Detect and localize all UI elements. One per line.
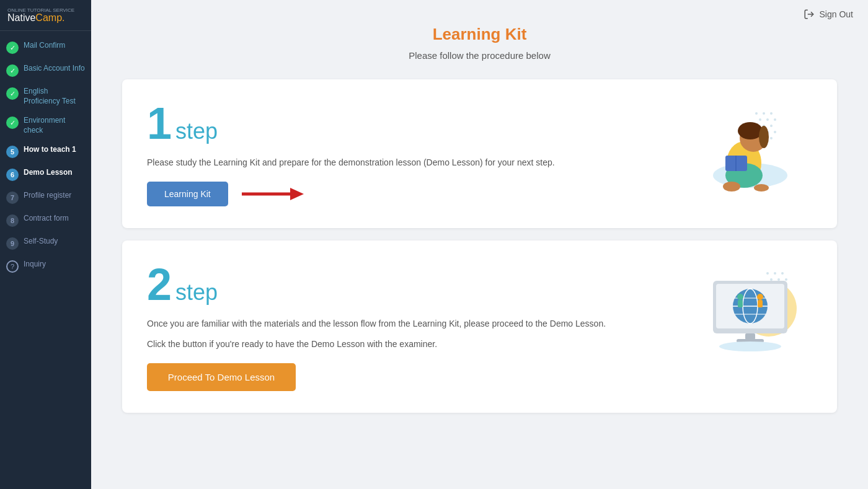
page-subtitle: Please follow the procedure below (122, 50, 837, 61)
main-content: Sign Out Learning Kit Please follow the … (91, 0, 868, 489)
step1-illustration (688, 101, 812, 200)
svg-point-48 (737, 294, 743, 300)
page-title: Learning Kit (122, 25, 837, 44)
sidebar-label-self: Self-Study (24, 237, 85, 247)
sidebar-item-basic-account[interactable]: ✓ Basic Account Info (0, 59, 91, 82)
logo-camp: Camp (35, 12, 62, 23)
svg-point-30 (781, 272, 784, 275)
step2-number: 2 (147, 262, 172, 307)
sign-out-icon (804, 9, 815, 20)
step1-number: 1 (147, 101, 172, 146)
sidebar-item-demo-lesson[interactable]: 6 Demo Lesson (0, 163, 91, 186)
check-icon-mail: ✓ (6, 42, 19, 54)
number-icon-9: 9 (6, 237, 19, 250)
sidebar-item-environment[interactable]: ✓ Environment check (0, 111, 91, 140)
check-icon-env: ✓ (6, 117, 19, 129)
svg-point-14 (774, 131, 776, 133)
sidebar-item-contract[interactable]: 8 Contract form (0, 209, 91, 232)
sign-out-area[interactable]: Sign Out (789, 0, 868, 29)
svg-point-29 (774, 272, 776, 275)
svg-point-50 (757, 294, 763, 300)
svg-rect-52 (745, 333, 755, 340)
svg-point-4 (763, 112, 765, 115)
svg-point-11 (770, 125, 773, 127)
svg-point-28 (766, 272, 769, 275)
svg-rect-49 (738, 300, 743, 307)
number-icon-8: 8 (6, 214, 19, 227)
step2-content: 2 step Once you are familiar with the ma… (147, 262, 670, 391)
svg-rect-51 (758, 300, 763, 307)
svg-point-6 (759, 118, 761, 121)
proceed-demo-button[interactable]: Proceed To Demo Lesson (147, 363, 296, 391)
svg-point-7 (766, 118, 769, 121)
svg-point-27 (754, 184, 769, 192)
svg-point-31 (770, 278, 773, 281)
sidebar-label-contract: Contract form (24, 214, 85, 224)
sidebar-item-mail-confirm[interactable]: ✓ Mail Confirm (0, 36, 91, 59)
logo-brand: NativeCamp. (7, 13, 74, 23)
svg-point-8 (774, 118, 776, 121)
svg-point-5 (770, 112, 773, 115)
nav-items: ✓ Mail Confirm ✓ Basic Account Info ✓ En… (0, 31, 91, 489)
step2-illustration (688, 262, 812, 361)
sidebar-label-basic: Basic Account Info (24, 64, 85, 74)
sidebar-item-profile[interactable]: 7 Profile register (0, 186, 91, 209)
step1-heading: 1 step (147, 101, 670, 146)
sidebar-label-env: Environment check (24, 116, 85, 135)
sidebar-item-how-to-teach[interactable]: 5 How to teach 1 (0, 140, 91, 163)
sign-out-label: Sign Out (820, 9, 853, 19)
logo-text: Online Tutorial Service NativeCamp. (7, 8, 74, 23)
logo-dot: . (62, 12, 64, 23)
svg-point-54 (719, 341, 781, 351)
logo: Online Tutorial Service NativeCamp. (0, 0, 91, 31)
sidebar-label-inquiry: Inquiry (24, 260, 85, 270)
svg-point-32 (777, 278, 780, 281)
svg-point-23 (759, 126, 769, 148)
step1-word: step (175, 118, 218, 144)
sidebar-item-self-study[interactable]: 9 Self-Study (0, 232, 91, 255)
check-icon-basic: ✓ (6, 64, 19, 77)
svg-marker-2 (290, 188, 304, 200)
sidebar-label-profile: Profile register (24, 191, 85, 201)
arrow-icon (236, 183, 310, 205)
step1-card: 1 step Please study the Learning Kit and… (122, 79, 837, 228)
sidebar-label-demo: Demo Lesson (24, 168, 85, 178)
step1-description: Please study the Learning Kit and prepar… (147, 156, 670, 169)
svg-point-17 (770, 137, 773, 139)
svg-point-22 (738, 122, 763, 139)
sidebar-item-english-test[interactable]: ✓ English Proficiency Test (0, 82, 91, 111)
number-icon-5: 5 (6, 146, 19, 158)
step2-description2: Click the button if you're ready to have… (147, 337, 670, 351)
svg-point-33 (785, 278, 787, 281)
number-icon-6: 6 (6, 169, 19, 181)
sidebar-label-english: English Proficiency Test (24, 87, 85, 106)
logo-native: Native (7, 12, 35, 23)
sidebar-label-how: How to teach 1 (24, 145, 85, 155)
step2-heading: 2 step (147, 262, 670, 307)
sidebar: Online Tutorial Service NativeCamp. ✓ Ma… (0, 0, 91, 489)
step1-btn-row: Learning Kit (147, 182, 670, 206)
learning-kit-button[interactable]: Learning Kit (147, 182, 228, 206)
svg-point-26 (723, 182, 740, 192)
step2-card: 2 step Once you are familiar with the ma… (122, 240, 837, 413)
step1-content: 1 step Please study the Learning Kit and… (147, 101, 670, 206)
number-icon-7: 7 (6, 192, 19, 204)
svg-point-3 (755, 112, 758, 115)
question-icon: ? (6, 260, 19, 273)
step2-word: step (175, 280, 218, 306)
check-icon-english: ✓ (6, 87, 19, 100)
sidebar-label-mail: Mail Confirm (24, 41, 85, 51)
sidebar-item-inquiry[interactable]: ? Inquiry (0, 255, 91, 278)
step2-description1: Once you are familiar with the materials… (147, 317, 670, 330)
